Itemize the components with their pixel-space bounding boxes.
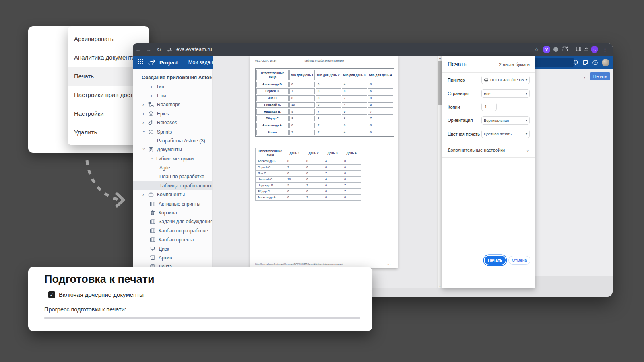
person-name-cell: Фёдор С. <box>256 188 285 194</box>
page-print-button[interactable]: Печать <box>590 72 610 80</box>
table-row: Фёдор С.8887 <box>256 188 361 194</box>
value-cell: 6 <box>368 130 393 135</box>
bookmark-star-icon[interactable]: ☆ <box>531 47 542 53</box>
person-name-cell: Фёдор С. <box>256 116 289 121</box>
user-avatar[interactable] <box>602 59 609 66</box>
dialog-cancel-button[interactable]: Отмена <box>508 256 530 265</box>
table-row: Фёдор С.8887 <box>256 116 393 121</box>
value-cell: 7 <box>304 194 323 200</box>
sidebar-item[interactable]: ›Roadmaps <box>133 100 212 109</box>
value-cell: 7 <box>289 88 315 94</box>
profile-avatar[interactable]: c <box>591 46 598 53</box>
chevron-icon[interactable]: › <box>141 148 147 151</box>
more-settings-toggle[interactable]: Дополнительные настройки ⌄ <box>442 145 535 155</box>
chevron-icon[interactable]: › <box>142 102 145 107</box>
value-cell: 8 <box>304 170 323 176</box>
prepare-print-dialog: Подготовка к печати ✓ Включая дочерние д… <box>28 267 372 331</box>
dino-logo-icon <box>147 58 157 67</box>
value-cell: 7 <box>342 182 361 188</box>
sidebar-item[interactable]: Архив <box>133 253 212 262</box>
select-value: Цветная печать <box>484 132 524 136</box>
history-icon[interactable] <box>592 60 598 66</box>
divider <box>442 157 535 158</box>
sidebar-item[interactable]: ›Гибкие методики <box>133 154 212 163</box>
chevron-icon[interactable]: › <box>142 120 145 125</box>
back-link[interactable]: ← <box>583 74 588 80</box>
menu-dots-icon[interactable]: ⋮ <box>600 47 610 53</box>
archive-icon <box>150 255 155 261</box>
value-cell: 8 <box>316 102 341 108</box>
field-select[interactable]: Цветная печать▾ <box>481 130 530 138</box>
product-name[interactable]: Project <box>159 60 178 66</box>
forward-icon[interactable]: → <box>143 47 154 53</box>
kanban-icon <box>150 219 155 224</box>
chevron-icon[interactable]: › <box>141 130 147 133</box>
notes-icon[interactable] <box>582 60 588 66</box>
browser-content: Project Мои задачи Проекты Поиск <box>133 56 613 297</box>
sidebar-item[interactable]: Корзина <box>133 208 212 217</box>
sidebar-item[interactable]: План по разработке <box>133 172 212 181</box>
chevron-icon[interactable]: › <box>151 93 153 99</box>
sidebar-item[interactable]: ›Sprints <box>133 127 212 136</box>
sidebar-item-label: Диск <box>159 246 169 252</box>
dialog-print-button[interactable]: Печать <box>485 256 506 265</box>
sidebar-item[interactable]: Создание приложения Astore <box>133 73 212 82</box>
checkbox-checked-icon[interactable]: ✓ <box>48 291 55 298</box>
refresh-icon[interactable]: ↻ <box>154 47 164 53</box>
sidebar-item[interactable]: Задачи для обсуждения <box>133 217 212 226</box>
sidebar-item[interactable]: Активные спринты <box>133 199 212 208</box>
apps-grid-icon[interactable] <box>138 59 143 66</box>
sidebar: Создание приложения Astore›Тип›Тэги›Road… <box>133 69 213 276</box>
sidebar-item[interactable]: ›Тип <box>133 82 212 91</box>
sidebar-item[interactable]: ›Документы <box>133 145 212 154</box>
extension-v-icon[interactable]: V <box>543 46 550 53</box>
prepare-title: Подготовка к печати <box>44 273 155 286</box>
sidebar-item[interactable]: ›Компоненты <box>133 190 212 199</box>
field-label: Страницы <box>448 91 469 96</box>
field-label: Принтер <box>448 78 465 82</box>
sidebar-item[interactable]: Диск <box>133 244 212 253</box>
back-icon[interactable]: ← <box>133 47 143 53</box>
sidebar-item[interactable]: Разработка Astore (3) <box>133 136 212 145</box>
sidebar-item[interactable]: ›Тэги <box>133 91 212 100</box>
site-settings-icon[interactable] <box>164 46 175 53</box>
dashed-arrow <box>76 154 136 212</box>
preview-scrollbar[interactable]: ▲ ▼ <box>437 56 442 288</box>
sidebar-item[interactable]: ›Epics <box>133 109 212 118</box>
rocket-icon <box>148 120 154 125</box>
extensions-puzzle-icon[interactable] <box>562 46 568 53</box>
sidebar-item[interactable]: Agile <box>133 163 212 172</box>
scrollbar-thumb[interactable] <box>438 61 442 105</box>
copies-input[interactable]: 1 <box>481 103 497 111</box>
document-icon <box>148 147 154 152</box>
field-select[interactable]: HPFCE43C (HP Color Las▾ <box>481 76 530 84</box>
value-cell: 6 <box>342 164 361 170</box>
sidebar-item[interactable]: ›Releases <box>133 118 212 127</box>
chevron-icon[interactable]: › <box>151 84 153 90</box>
sidebar-item[interactable]: Канбан по разработке <box>133 226 212 235</box>
field-select[interactable]: Вертикальная▾ <box>481 116 530 125</box>
value-cell: 8 <box>304 176 323 182</box>
chevron-icon[interactable]: › <box>149 157 155 160</box>
side-panel-icon[interactable] <box>576 46 582 53</box>
table-header-cell: День 1 <box>285 148 304 158</box>
bell-icon[interactable] <box>573 60 579 66</box>
field-select[interactable]: Все▾ <box>481 89 530 98</box>
globe-icon[interactable] <box>553 47 558 52</box>
roadmap-icon <box>148 102 154 107</box>
nav-my-tasks[interactable]: Мои задачи <box>188 60 216 65</box>
dialog-field-row: Цветная печатьЦветная печать▾ <box>442 127 535 141</box>
divider <box>442 142 535 142</box>
value-cell: 10 <box>285 176 304 182</box>
dialog-field-row: Копии1 <box>442 100 535 114</box>
chevron-icon[interactable]: › <box>142 111 145 117</box>
sidebar-item[interactable]: Канбан проекта <box>133 235 212 244</box>
value-cell: 8 <box>323 194 342 200</box>
chevron-icon[interactable]: › <box>142 192 145 197</box>
sidebar-item[interactable]: Таблица отработанного времени <box>133 181 212 190</box>
url-bar[interactable]: eva.evateam.ru <box>176 47 531 52</box>
progress-label: Прогресс подготовки к печати: <box>44 306 126 313</box>
download-icon[interactable] <box>583 46 589 53</box>
select-value: Вертикальная <box>484 118 524 123</box>
chevron-down-icon: ▾ <box>526 78 527 82</box>
